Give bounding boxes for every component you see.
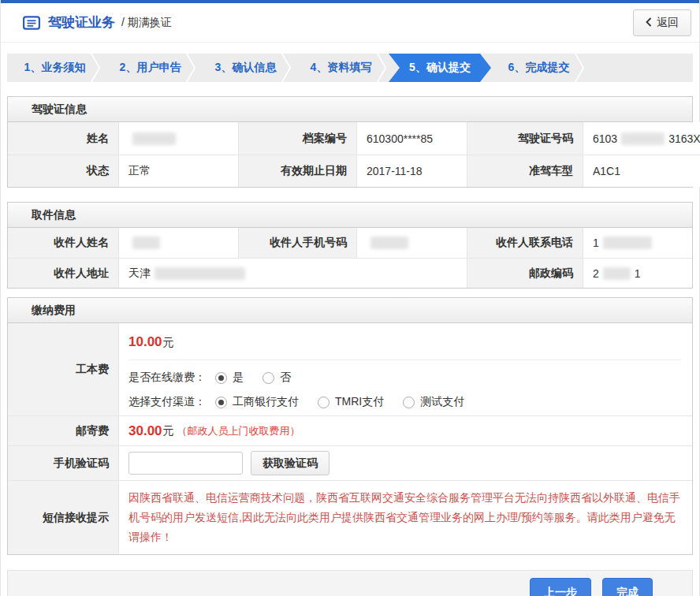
radio-selected-icon bbox=[215, 372, 227, 384]
sms-code-input[interactable] bbox=[128, 452, 243, 475]
recipient-name-value bbox=[118, 228, 238, 258]
status-label: 状态 bbox=[8, 155, 118, 187]
step-progress-bar: 1、业务须知 2、用户申告 3、确认信息 4、资料填写 5、确认提交 6、完成提… bbox=[7, 54, 693, 82]
file-no-label: 档案编号 bbox=[238, 122, 356, 155]
step-5-confirm-submit: 5、确认提交 bbox=[389, 54, 491, 82]
production-fee-label: 工本费 bbox=[8, 323, 118, 415]
online-payment-question-row: 是否在线缴费： 是 否 bbox=[128, 371, 692, 385]
production-fee-amount-line: 10.00元 bbox=[128, 323, 692, 359]
section-license-info: 驾驶证信息 姓名 档案编号 610300****85 驾驶证号码 6103316… bbox=[7, 96, 693, 188]
address-value: 天津 bbox=[118, 258, 467, 288]
step-4-fill-data: 4、资料填写 bbox=[293, 54, 389, 82]
name-label: 姓名 bbox=[8, 122, 118, 155]
recipient-phone-label: 收件人联系电话 bbox=[467, 228, 583, 258]
redacted-value bbox=[603, 267, 631, 280]
production-fee-amount: 10.00 bbox=[128, 334, 162, 349]
postcode-label: 邮政编码 bbox=[467, 258, 583, 288]
production-fee-value: 10.00元 是否在线缴费： 是 否 选择支付渠道： 工商银行支付 TMRI支付… bbox=[118, 323, 692, 415]
sms-notice-label: 短信接收提示 bbox=[8, 480, 118, 554]
chevron-left-icon bbox=[646, 17, 652, 29]
radio-unselected-icon bbox=[318, 397, 330, 408]
license-info-table: 姓名 档案编号 610300****85 驾驶证号码 61033163X 状态 … bbox=[8, 122, 692, 187]
postage-fee-amount: 30.00 bbox=[128, 423, 162, 439]
status-value: 正常 bbox=[118, 155, 238, 187]
sms-notice-cell: 因陕西省联通、电信运营商技术问题，陕西省互联网交通安全综合服务管理平台无法向持陕… bbox=[118, 480, 692, 554]
step-1-business-notice: 1、业务须知 bbox=[7, 54, 102, 82]
license-no-value: 61033163X bbox=[583, 122, 700, 155]
redacted-value bbox=[132, 132, 176, 145]
section-title-license: 驾驶证信息 bbox=[8, 97, 692, 122]
finish-button[interactable]: 完成 bbox=[602, 578, 653, 596]
online-payment-question: 是否在线缴费： bbox=[128, 371, 206, 385]
section-title-pickup: 取件信息 bbox=[8, 203, 692, 228]
payment-channel-question: 选择支付渠道： bbox=[128, 395, 206, 409]
redacted-value bbox=[155, 267, 245, 280]
page-header: 驾驶证业务 / 期满换证 返回 bbox=[1, 3, 699, 43]
get-sms-code-button[interactable]: 获取验证码 bbox=[251, 451, 330, 475]
fees-table: 工本费 10.00元 是否在线缴费： 是 否 选择支付渠道： 工商银行支付 TM… bbox=[8, 323, 692, 554]
license-no-label: 驾驶证号码 bbox=[467, 122, 583, 155]
recipient-phone-value: 1 bbox=[583, 228, 692, 258]
section-pickup-info: 取件信息 收件人姓名 收件人手机号码 收件人联系电话 1 收件人地址 天津 邮政… bbox=[7, 202, 693, 289]
breadcrumb: 驾驶证业务 / 期满换证 bbox=[23, 13, 172, 32]
footer-action-bar: 上一步 完成 bbox=[7, 570, 693, 596]
radio-channel-icbc[interactable]: 工商银行支付 bbox=[215, 395, 299, 409]
postage-fee-note: （邮政人员上门收取费用） bbox=[177, 424, 300, 438]
radio-unselected-icon bbox=[403, 397, 415, 408]
postcode-value: 21 bbox=[583, 258, 692, 288]
radio-channel-tmri[interactable]: TMRI支付 bbox=[318, 395, 384, 409]
redacted-value bbox=[370, 237, 408, 249]
back-button-label: 返回 bbox=[657, 16, 679, 30]
expiry-value: 2017-11-18 bbox=[356, 155, 467, 187]
radio-online-no[interactable]: 否 bbox=[262, 371, 291, 385]
recipient-mobile-value bbox=[356, 228, 467, 258]
back-button[interactable]: 返回 bbox=[633, 9, 691, 36]
section-title-fees: 缴纳费用 bbox=[8, 298, 692, 323]
recipient-name-label: 收件人姓名 bbox=[8, 228, 118, 258]
step-3-confirm-info: 3、确认信息 bbox=[198, 54, 293, 82]
section-fees: 缴纳费用 工本费 10.00元 是否在线缴费： 是 否 选择支付渠道： 工商银行… bbox=[7, 297, 693, 555]
address-label: 收件人地址 bbox=[8, 258, 118, 288]
page-title: 驾驶证业务 bbox=[48, 13, 115, 32]
redacted-value bbox=[603, 237, 652, 249]
breadcrumb-current: / 期满换证 bbox=[121, 16, 172, 30]
page: 驾驶证业务 / 期满换证 返回 1、业务须知 2、用户申告 3、确认信息 4、资… bbox=[0, 0, 700, 596]
vehicle-class-label: 准驾车型 bbox=[467, 155, 583, 187]
postage-fee-value: 30.00元（邮政人员上门收取费用） bbox=[118, 415, 692, 445]
file-no-value: 610300****85 bbox=[356, 122, 467, 155]
expiry-label: 有效期止日期 bbox=[238, 155, 356, 187]
recipient-mobile-label: 收件人手机号码 bbox=[238, 228, 356, 258]
step-6-finish-submit: 6、完成提交 bbox=[491, 54, 586, 82]
prev-step-button[interactable]: 上一步 bbox=[530, 578, 591, 596]
vehicle-class-value: A1C1 bbox=[583, 155, 700, 187]
radio-unselected-icon bbox=[262, 372, 274, 384]
name-value bbox=[118, 122, 238, 155]
sms-code-row: 获取验证码 bbox=[118, 445, 692, 480]
radio-channel-test[interactable]: 测试支付 bbox=[403, 395, 464, 409]
divider bbox=[128, 359, 681, 360]
sms-code-label: 手机验证码 bbox=[8, 445, 118, 480]
radio-online-yes[interactable]: 是 bbox=[215, 371, 244, 385]
step-2-user-declaration: 2、用户申告 bbox=[102, 54, 198, 82]
redacted-value bbox=[621, 132, 665, 145]
pickup-info-table: 收件人姓名 收件人手机号码 收件人联系电话 1 收件人地址 天津 邮政编码 21 bbox=[8, 228, 692, 288]
postage-fee-label: 邮寄费 bbox=[8, 415, 118, 445]
payment-channel-question-row: 选择支付渠道： 工商银行支付 TMRI支付 测试支付 bbox=[128, 395, 692, 409]
radio-selected-icon bbox=[215, 397, 227, 408]
license-business-icon bbox=[23, 16, 40, 30]
sms-notice-text: 因陕西省联通、电信运营商技术问题，陕西省互联网交通安全综合服务管理平台无法向持陕… bbox=[128, 488, 680, 547]
redacted-value bbox=[132, 237, 160, 249]
